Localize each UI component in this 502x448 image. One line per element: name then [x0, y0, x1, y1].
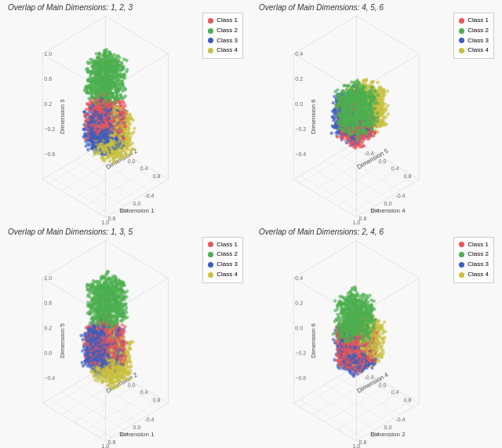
legend-item: Class 1	[208, 16, 238, 26]
legend-label: Class 1	[467, 16, 489, 26]
legend-tr: Class 1 Class 2 Class 3 Class 4	[453, 13, 494, 59]
legend-item: Class 3	[208, 36, 238, 46]
legend-bl: Class 1 Class 2 Class 3 Class 4	[202, 237, 243, 283]
legend-label: Class 3	[467, 260, 489, 270]
legend-label: Class 4	[216, 270, 238, 280]
legend-item: Class 1	[459, 240, 489, 250]
legend-label-class3: Class 3	[216, 36, 238, 46]
legend-dot-class4	[208, 48, 213, 53]
legend-label: Class 2	[467, 249, 489, 260]
legend-item: Class 4	[459, 270, 489, 280]
legend-dot-class1	[459, 18, 464, 24]
legend-dot-class4	[208, 272, 213, 278]
legend-dot-class2	[459, 252, 464, 257]
legend-item: Class 1	[459, 16, 489, 26]
legend-dot-class3	[208, 38, 213, 43]
panel-top-left: Overlap of Main Dimensions: 1, 2, 3 Clas…	[0, 0, 251, 224]
legend-item: Class 4	[208, 46, 238, 56]
legend-dot-class1	[208, 18, 213, 24]
main-grid: Overlap of Main Dimensions: 1, 2, 3 Clas…	[0, 0, 502, 448]
panel-title-br: Overlap of Main Dimensions: 2, 4, 6	[259, 228, 384, 236]
legend-dot-class1	[208, 242, 213, 247]
legend-label: Class 1	[216, 240, 238, 250]
panel-bottom-left: Overlap of Main Dimensions: 1, 3, 5 Clas…	[0, 224, 251, 449]
legend-item: Class 3	[459, 36, 489, 46]
legend-item: Class 2	[208, 26, 238, 36]
legend-dot-class3	[208, 262, 213, 268]
panel-title-tr: Overlap of Main Dimensions: 4, 5, 6	[259, 3, 384, 12]
legend-label-class2: Class 2	[216, 26, 238, 36]
panel-title-bl: Overlap of Main Dimensions: 1, 3, 5	[8, 228, 133, 236]
legend-label: Class 1	[467, 240, 489, 250]
legend-item: Class 3	[459, 260, 489, 270]
panel-title-tl: Overlap of Main Dimensions: 1, 2, 3	[8, 3, 133, 12]
legend-label-class4: Class 4	[216, 46, 238, 56]
legend-br: Class 1 Class 2 Class 3 Class 4	[453, 237, 494, 283]
legend-dot-class3	[459, 38, 464, 43]
legend-dot-class2	[208, 252, 213, 257]
legend-label: Class 2	[216, 249, 238, 260]
legend-item: Class 2	[208, 249, 238, 260]
legend-item: Class 3	[208, 260, 238, 270]
panel-bottom-right: Overlap of Main Dimensions: 2, 4, 6 Clas…	[251, 224, 502, 449]
legend-dot-class4	[459, 48, 464, 53]
legend-label-class1: Class 1	[216, 16, 238, 26]
legend-dot-class3	[459, 262, 464, 268]
legend-item: Class 4	[208, 270, 238, 280]
legend-dot-class1	[459, 242, 464, 247]
legend-label: Class 3	[467, 36, 489, 46]
panel-top-right: Overlap of Main Dimensions: 4, 5, 6 Clas…	[251, 0, 502, 224]
legend-item: Class 2	[459, 26, 489, 36]
legend-label: Class 3	[216, 260, 238, 270]
legend-item: Class 4	[459, 46, 489, 56]
legend-dot-class2	[208, 28, 213, 34]
legend-label: Class 4	[467, 270, 489, 280]
legend-item: Class 2	[459, 249, 489, 260]
legend-label: Class 2	[467, 26, 489, 36]
legend-label: Class 4	[467, 46, 489, 56]
legend-dot-class2	[459, 28, 464, 34]
legend-tl: Class 1 Class 2 Class 3 Class 4	[202, 13, 243, 59]
legend-item: Class 1	[208, 240, 238, 250]
legend-dot-class4	[459, 272, 464, 278]
